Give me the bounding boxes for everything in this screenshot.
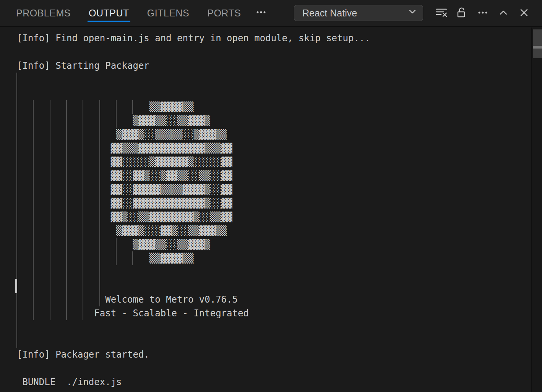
output-line: [Info] Packager started. xyxy=(17,348,531,361)
toggle-lock-button[interactable] xyxy=(456,6,469,20)
scrollbar-thumb[interactable] xyxy=(533,29,542,58)
chevron-down-icon xyxy=(407,6,418,20)
output-line: BUNDLE ./index.js xyxy=(17,375,531,389)
output-line: ▒▓▓▓▒░░▒▒▒▒▒░░▒▓▓▓▒▒ xyxy=(17,128,531,141)
output-line: ▓▓░░░░░▒▓▓▓▓▓▓▒░░░░░▓▓ xyxy=(17,155,531,169)
vertical-scrollbar[interactable] xyxy=(531,28,542,392)
output-line: ▓▓░░▓▓▓▓▓▒▒▒▒▓▓▓▓▒░░▓▓ xyxy=(17,183,531,196)
output-line: ▓▓▒░░▒▒▓▓▓▓▓▓▓▓▒░░▒▒▓▓ xyxy=(17,210,531,224)
output-line xyxy=(17,73,531,86)
ellipsis-icon xyxy=(477,6,489,20)
output-line: [Info] Starting Packager xyxy=(17,59,531,73)
output-line xyxy=(17,45,531,59)
output-line: ▓▓░░▓▓▓▓▓▓▓▓▓▓▓▓▓▒░░▓▓ xyxy=(17,196,531,210)
output-channel-value: React Native xyxy=(302,8,357,19)
maximize-panel-button[interactable] xyxy=(497,6,510,20)
more-tabs-button[interactable] xyxy=(255,0,267,26)
tab-problems[interactable]: PROBLEMS xyxy=(16,0,71,26)
output-line: ▒▓▓▓▒▒░░▒▒▓▓▓▒ xyxy=(17,238,531,251)
close-icon xyxy=(518,6,530,20)
output-line: ▓▓░░▓▓▒░░▒▓▓▒▒░░▒▒░░▓▓ xyxy=(17,169,531,183)
output-line: ▒▒▓▓▓▓▒▒ xyxy=(17,251,531,265)
tab-gitlens[interactable]: GITLENS xyxy=(147,0,189,26)
output-line xyxy=(17,361,531,375)
clear-output-icon xyxy=(435,6,448,20)
chevron-up-icon xyxy=(497,6,510,20)
output-line: Welcome to Metro v0.76.5 xyxy=(17,293,531,306)
output-line: Fast - Scalable - Integrated xyxy=(17,306,531,320)
output-line: ▒▓▓▓▒░░░▓▓▒░░▒▒▓▓▓▒▒ xyxy=(17,224,531,238)
output-line: ▓▓▒▒▒▓▓▓▓▓▓▓▓▓▓▓▓▒▒▒▓▓ xyxy=(17,141,531,155)
output-line xyxy=(17,86,531,100)
output-log[interactable]: [Info] Find open-main.js and entry in op… xyxy=(0,28,531,392)
output-line xyxy=(17,265,531,279)
ellipsis-icon xyxy=(255,6,267,20)
panel-header: PROBLEMS OUTPUT GITLENS PORTS React Nati… xyxy=(0,0,542,27)
output-channel-select[interactable]: React Native xyxy=(294,5,423,21)
panel-tabs: PROBLEMS OUTPUT GITLENS PORTS xyxy=(16,0,241,26)
output-line: [Info] Find open-main.js and entry in op… xyxy=(17,31,531,45)
scrollbar-marker xyxy=(533,46,542,49)
output-line xyxy=(17,320,531,334)
lock-open-icon xyxy=(456,6,469,20)
tab-ports[interactable]: PORTS xyxy=(207,0,241,26)
output-line xyxy=(17,334,531,348)
tab-output[interactable]: OUTPUT xyxy=(89,0,129,26)
panel-header-actions: React Native xyxy=(294,0,531,26)
more-actions-button[interactable] xyxy=(476,6,489,20)
close-panel-button[interactable] xyxy=(518,6,531,20)
output-line: ▒▓▓▓▒▒░░▒▒▓▓▓▒ xyxy=(17,114,531,128)
clear-output-button[interactable] xyxy=(435,6,448,20)
output-line xyxy=(17,279,531,293)
output-line: ▒▒▓▓▓▓▒▒ xyxy=(17,100,531,114)
